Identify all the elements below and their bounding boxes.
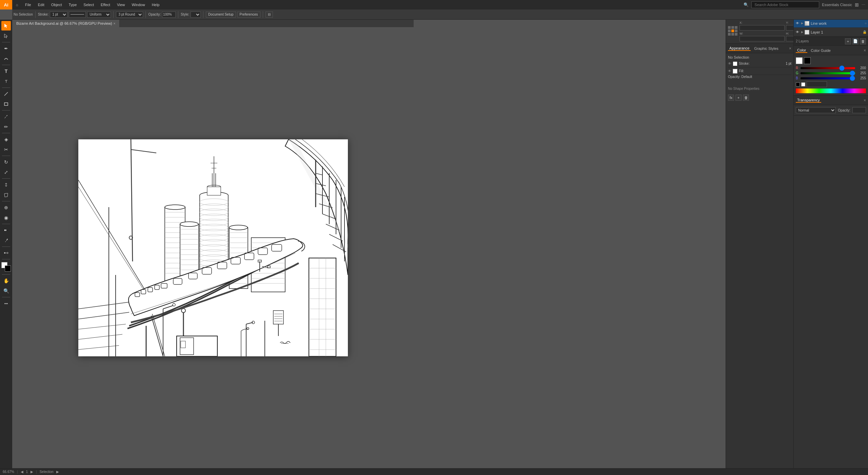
graphic-styles-tab[interactable]: Graphic Styles [753, 46, 780, 51]
white-swatch[interactable] [801, 82, 805, 86]
menu-help[interactable]: Help [149, 0, 163, 9]
arrange-icon[interactable]: ⊞ [855, 2, 859, 7]
free-distort-tool-btn[interactable] [1, 190, 11, 200]
fill-swatch[interactable] [733, 69, 737, 74]
black-swatch[interactable] [796, 82, 800, 86]
more-tools-icon[interactable]: ⋯ [862, 3, 865, 7]
touch-type-tool-btn[interactable]: Ƭ [1, 77, 11, 86]
selection-tool-btn[interactable] [1, 21, 11, 31]
rectangle-tool-btn[interactable] [1, 99, 11, 109]
menu-effect[interactable]: Effect [97, 0, 114, 9]
new-appearance-btn[interactable]: + [735, 95, 742, 101]
artwork-canvas[interactable] [12, 27, 414, 468]
blend-tool-btn[interactable] [1, 248, 11, 258]
stroke-weight-select[interactable]: 1 pt2 pt3 pt0.5 pt [50, 12, 67, 18]
color-tab[interactable]: Color [796, 48, 807, 53]
zoom-level[interactable]: 66.67% [3, 470, 14, 474]
rotate-tool-btn[interactable]: ↻ [1, 157, 11, 167]
stroke-visibility-eye[interactable]: 👁 [728, 62, 731, 65]
line-tool-btn[interactable] [1, 89, 11, 99]
color-guide-tab[interactable]: Color Guide [809, 48, 832, 53]
artboard-nav-next[interactable]: ▶ [31, 470, 33, 474]
fg-swatch[interactable] [796, 57, 803, 64]
curvature-tool-btn[interactable] [1, 54, 11, 63]
corner-type-select[interactable]: 3 pt Round1 pt Round5 pt Round [116, 12, 143, 18]
essentials-label[interactable]: Essentials Classic [822, 3, 852, 7]
delete-layer-btn[interactable]: 🗑 [860, 38, 866, 44]
layer-lock-layer1[interactable]: 🔒 [863, 30, 867, 34]
menu-select[interactable]: Select [80, 0, 97, 9]
menu-view[interactable]: View [114, 0, 129, 9]
artboard-number[interactable]: 1 [26, 470, 28, 474]
transparency-panel-close[interactable]: × [864, 98, 866, 103]
transparency-tab[interactable]: Transparency [796, 98, 821, 103]
home-icon[interactable]: ⌂ [12, 0, 22, 9]
add-effect-btn[interactable]: fx [728, 95, 734, 101]
gradient-tool-btn[interactable] [1, 225, 11, 235]
scissors-tool-btn[interactable]: ✂ [1, 145, 11, 154]
scale-tool-btn[interactable]: ⤢ [1, 167, 11, 177]
eraser-tool-btn[interactable]: ◈ [1, 135, 11, 144]
menu-window[interactable]: Window [129, 0, 149, 9]
fill-visibility-eye[interactable]: 👁 [728, 69, 731, 73]
delete-appearance-btn[interactable]: 🗑 [743, 95, 749, 101]
appearance-opacity-row: Opacity: Default [728, 75, 791, 79]
color-spectrum[interactable] [796, 88, 866, 93]
stroke-swatch[interactable] [733, 61, 737, 66]
document-tab[interactable]: Bizarre Art Background.ai @ 66.67% (RGB/… [12, 20, 120, 27]
layer-row-linework[interactable]: 👁 ▶ Line work ○ [794, 19, 868, 28]
document-tab-close[interactable]: × [114, 22, 116, 25]
blend-mode-select[interactable]: NormalMultiplyScreenOverlay [796, 107, 836, 113]
appearance-panel-close[interactable]: × [789, 46, 791, 51]
style-select[interactable] [191, 12, 201, 18]
layer-expand-layer1[interactable]: ▶ [801, 31, 803, 34]
color-panel-close[interactable]: × [864, 48, 866, 53]
create-layer-btn[interactable]: 📄 [852, 38, 859, 44]
hand-tool-btn[interactable]: ✋ [1, 276, 11, 285]
stroke-type-select[interactable]: UniformWidth Profile 1Width Profile 2 [87, 12, 111, 18]
arrange-view-btn[interactable]: ⊟ [265, 12, 273, 18]
menu-object[interactable]: Object [48, 0, 65, 9]
width-tool-btn[interactable] [1, 180, 11, 190]
document-status[interactable]: Selection [40, 470, 54, 474]
appearance-panel-header: Appearance Graphic Styles × [726, 44, 793, 53]
document-setup-btn[interactable]: Document Setup [206, 12, 236, 18]
menu-file[interactable]: File [22, 0, 35, 9]
more-tools-btn[interactable]: ••• [1, 299, 11, 308]
w-input[interactable] [739, 36, 785, 41]
menu-type[interactable]: Type [65, 0, 80, 9]
b-slider[interactable] [801, 77, 855, 79]
reference-point-grid[interactable] [728, 26, 737, 36]
layer-eye-layer1[interactable]: 👁 [795, 30, 800, 35]
hex-input[interactable]: FFFFFF [807, 81, 827, 87]
opacity-value-input[interactable]: 100% [852, 107, 866, 113]
live-paint-tool-btn[interactable]: ◉ [1, 213, 11, 222]
r-slider[interactable] [801, 67, 855, 69]
status-arrow[interactable]: ▶ [56, 470, 59, 474]
opacity-input[interactable] [162, 12, 176, 18]
layer-eye-linework[interactable]: 👁 [795, 21, 800, 26]
layer-row-layer1[interactable]: 👁 ▶ Layer 1 🔒 [794, 28, 868, 37]
direct-selection-tool-btn[interactable] [1, 31, 11, 41]
type-tool-btn[interactable]: T [1, 66, 11, 76]
pen-tool-btn[interactable]: ✒ [1, 44, 11, 53]
eyedropper-tool-btn[interactable] [1, 236, 11, 245]
x-input[interactable] [739, 25, 785, 31]
opacity-appearance-value[interactable]: Default [741, 75, 752, 79]
paintbrush-tool-btn[interactable] [1, 112, 11, 121]
search-stock-input[interactable] [751, 1, 819, 8]
artboard-nav-prev[interactable]: ◀ [21, 470, 23, 474]
menu-edit[interactable]: Edit [35, 0, 48, 9]
g-slider[interactable] [801, 72, 855, 74]
layer-lock-linework[interactable]: ○ [865, 21, 867, 25]
background-color[interactable] [5, 265, 11, 272]
shape-builder-tool-btn[interactable]: ⊕ [1, 203, 11, 212]
bg-swatch[interactable] [804, 57, 811, 64]
pencil-tool-btn[interactable]: ✏ [1, 122, 11, 132]
zoom-tool-btn[interactable]: 🔍 [1, 286, 11, 296]
appearance-tab[interactable]: Appearance [728, 46, 751, 51]
preferences-btn[interactable]: Preferences [237, 12, 260, 18]
make-sublayer-btn[interactable]: + [845, 38, 851, 44]
stroke-appearance-value[interactable]: 1 pt [786, 62, 791, 65]
layer-expand-linework[interactable]: ▶ [801, 22, 803, 25]
